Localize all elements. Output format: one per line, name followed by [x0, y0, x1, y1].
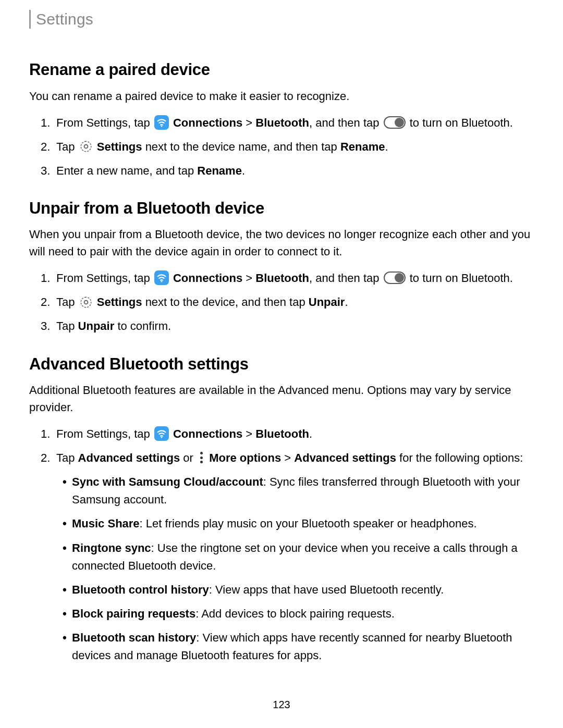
svg-point-4 — [161, 437, 163, 438]
page-header: Settings — [29, 0, 534, 31]
list-item: Block pairing requests: Add devices to b… — [72, 605, 534, 623]
toggle-icon — [384, 272, 406, 284]
section-unpair-heading: Unpair from a Bluetooth device — [29, 196, 534, 221]
svg-point-2 — [161, 281, 163, 283]
rename-steps: From Settings, tap Connections > Bluetoo… — [29, 114, 534, 180]
section-unpair-lead: When you unpair from a Bluetooth device,… — [29, 226, 534, 260]
section-advanced-heading: Advanced Bluetooth settings — [29, 352, 534, 377]
section-rename-heading: Rename a paired device — [29, 58, 534, 82]
list-item: Tap Settings next to the device name, an… — [56, 138, 534, 156]
svg-point-1 — [84, 144, 88, 148]
list-item: From Settings, tap Connections > Bluetoo… — [56, 425, 534, 443]
header-title: Settings — [36, 7, 93, 31]
list-item: Enter a new name, and tap Rename. — [56, 162, 534, 180]
list-item: Bluetooth scan history: View which apps … — [72, 629, 534, 664]
list-item: From Settings, tap Connections > Bluetoo… — [56, 269, 534, 287]
section-advanced-lead: Additional Bluetooth features are availa… — [29, 381, 534, 416]
more-options-icon — [199, 452, 204, 463]
connections-icon — [154, 270, 169, 285]
connections-icon — [154, 426, 169, 441]
list-item: Music Share: Let friends play music on y… — [72, 515, 534, 533]
page-number: 123 — [0, 697, 563, 712]
list-item: Tap Settings next to the device, and the… — [56, 293, 534, 311]
gear-icon — [79, 140, 93, 153]
svg-point-0 — [161, 126, 163, 127]
advanced-steps: From Settings, tap Connections > Bluetoo… — [29, 425, 534, 664]
list-item: Ringtone sync: Use the ringtone set on y… — [72, 539, 534, 575]
list-item: Tap Advanced settings or More options > … — [56, 449, 534, 664]
svg-point-3 — [84, 300, 88, 304]
header-accent-bar — [29, 10, 31, 29]
advanced-options-list: Sync with Samsung Cloud/account: Sync fi… — [56, 473, 534, 664]
list-item: Bluetooth control history: View apps tha… — [72, 581, 534, 599]
toggle-icon — [384, 116, 406, 129]
list-item: Tap Unpair to confirm. — [56, 317, 534, 335]
connections-icon — [154, 115, 169, 130]
unpair-steps: From Settings, tap Connections > Bluetoo… — [29, 269, 534, 335]
list-item: From Settings, tap Connections > Bluetoo… — [56, 114, 534, 132]
list-item: Sync with Samsung Cloud/account: Sync fi… — [72, 473, 534, 509]
gear-icon — [79, 295, 93, 309]
section-rename-lead: You can rename a paired device to make i… — [29, 88, 534, 105]
